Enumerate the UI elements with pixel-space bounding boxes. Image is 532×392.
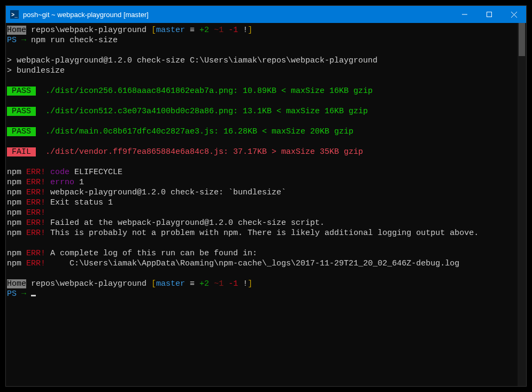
minimize-button[interactable] <box>452 6 477 23</box>
prompt-arrow: → <box>21 36 31 45</box>
prompt-path: repos\webpack-playground <box>26 26 151 35</box>
titlebar[interactable]: >_ posh~git ~ webpack-playground [master… <box>6 6 526 23</box>
err-label: ERR! <box>21 249 45 258</box>
window-controls <box>452 6 526 23</box>
git-branch: master <box>156 26 185 35</box>
home-badge: Home <box>7 279 26 288</box>
svg-rect-1 <box>487 12 492 17</box>
cursor <box>31 295 36 296</box>
terminal-body: Home repos\webpack-playground [master ≡ … <box>6 23 526 386</box>
fail-badge: FAIL <box>7 147 36 156</box>
err-label: ERR! <box>21 168 45 177</box>
terminal-output[interactable]: Home repos\webpack-playground [master ≡ … <box>6 23 518 386</box>
err-label: ERR! <box>21 198 45 207</box>
git-added: +2 <box>199 26 209 35</box>
powershell-icon: >_ <box>10 10 19 19</box>
scrollbar[interactable] <box>518 23 526 386</box>
maximize-button[interactable] <box>477 6 502 23</box>
close-button[interactable] <box>502 6 526 23</box>
err-label: ERR! <box>21 259 45 268</box>
size-result: ./dist/icon512.c3e073a4100bd0c28a86.png:… <box>36 107 368 116</box>
command-input: npm run check-size <box>31 36 118 45</box>
home-badge: Home <box>7 26 26 35</box>
pass-badge: PASS <box>7 87 36 96</box>
ps-label: PS <box>7 36 21 45</box>
pass-badge: PASS <box>7 107 36 116</box>
terminal-window: >_ posh~git ~ webpack-playground [master… <box>5 5 527 387</box>
err-text: This is probably not a problem with npm.… <box>45 229 479 238</box>
pass-badge: PASS <box>7 127 36 136</box>
err-label: ERR! <box>21 188 45 197</box>
log-path: C:\Users\iamak\AppData\Roaming\npm-cache… <box>45 259 459 268</box>
size-result: ./dist/main.0c8b617dfc40c2827ae3.js: 16.… <box>36 127 353 136</box>
err-label: ERR! <box>21 178 45 187</box>
err-label: ERR! <box>21 229 45 238</box>
npm-script-header: > webpack-playground@1.2.0 check-size C:… <box>7 56 377 65</box>
err-label: ERR! <box>21 208 45 217</box>
git-deleted: -1 <box>223 26 238 35</box>
window-title: posh~git ~ webpack-playground [master] <box>23 11 452 19</box>
git-modified: ~1 <box>209 26 223 35</box>
size-result: ./dist/vendor.ff9f7ea865884e6a84c8.js: 3… <box>36 147 363 156</box>
npm-script-cmd: > bundlesize <box>7 66 65 75</box>
size-result: ./dist/icon256.6168aaac8461862eab7a.png:… <box>36 87 373 96</box>
scrollbar-thumb[interactable] <box>519 23 525 56</box>
err-label: ERR! <box>21 218 45 228</box>
